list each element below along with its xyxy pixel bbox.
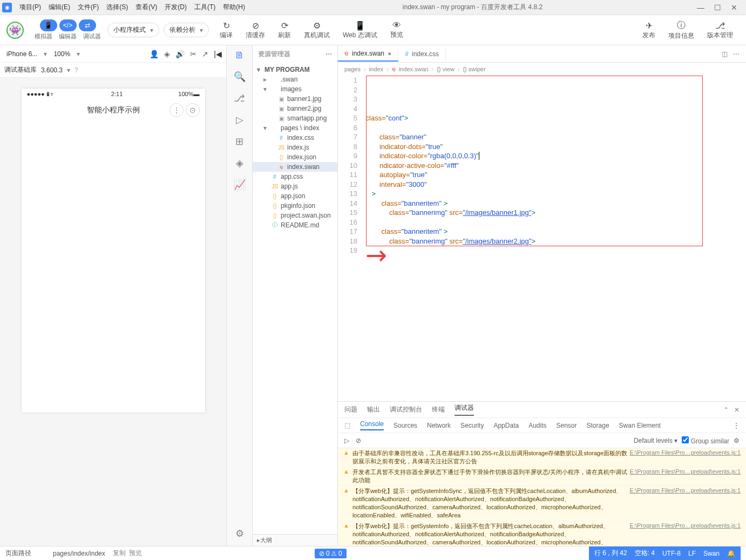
devtab-network[interactable]: Network <box>427 422 451 429</box>
capsule-menu-icon[interactable]: ⋮ <box>169 103 184 117</box>
tree-item[interactable]: {}project.swan.json <box>253 211 337 220</box>
refresh-button[interactable]: ⟳刷新 <box>278 21 291 40</box>
cursor-position[interactable]: 行 6 , 列 42 <box>594 549 627 558</box>
devtab-audits[interactable]: Audits <box>528 422 546 429</box>
tab-output[interactable]: 输出 <box>367 405 380 414</box>
panel-close-icon[interactable]: ✕ <box>734 406 740 414</box>
extensions-icon[interactable]: ⊞ <box>235 136 243 147</box>
indentation[interactable]: 空格: 4 <box>635 549 655 558</box>
group-similar-checkbox[interactable]: Group similar <box>682 436 729 445</box>
tab-more-icon[interactable]: ⋯ <box>733 50 740 58</box>
lib-version-select[interactable]: 3.600.3 <box>41 66 63 74</box>
preview-link[interactable]: 预览 <box>129 549 142 558</box>
error-warning-counter[interactable]: ⊘ 0 ⚠ 0 <box>315 549 347 558</box>
tab-index-css[interactable]: #index.css <box>398 47 446 61</box>
device-select[interactable]: iPhone 6... <box>4 49 39 59</box>
menu-edit[interactable]: 编辑(E) <box>45 2 73 13</box>
settings-icon[interactable]: ⚙ <box>235 528 244 539</box>
user-icon[interactable]: 👤 <box>150 50 159 58</box>
tab-debugger[interactable]: 调试器 <box>455 403 474 416</box>
menu-select[interactable]: 选择(S) <box>103 2 131 13</box>
menu-help[interactable]: 帮助(H) <box>220 2 248 13</box>
log-source-link[interactable]: E:\Program Files\Pro…preload\events.js:1 <box>630 468 741 484</box>
files-icon[interactable]: 🗎 <box>235 50 245 61</box>
language-mode[interactable]: Swan <box>703 550 720 557</box>
tree-item[interactable]: ▾pages \ index <box>253 123 337 133</box>
encoding[interactable]: UTF-8 <box>662 550 681 557</box>
remote-debug-button[interactable]: ⚙真机调试 <box>304 21 330 40</box>
monitor-icon[interactable]: 📈 <box>234 179 246 191</box>
minimize-icon[interactable]: — <box>697 3 704 12</box>
git-icon[interactable]: ⎇ <box>234 92 245 104</box>
devtab-security[interactable]: Security <box>460 422 484 429</box>
search-icon[interactable]: 🔍 <box>234 71 246 83</box>
tree-item[interactable]: ▣banner1.jpg <box>253 94 337 104</box>
console-settings-icon[interactable]: ⚙ <box>734 437 740 444</box>
compile-button[interactable]: ↻编译 <box>220 21 233 40</box>
debugger-toggle[interactable]: ⇄ <box>79 19 96 31</box>
console-warning-row[interactable]: ▲【分享web化】提示：getSystemInfo，返回值不包含下列属性cach… <box>338 521 746 546</box>
eol[interactable]: LF <box>688 550 696 557</box>
maximize-icon[interactable]: ☐ <box>714 3 721 12</box>
console-play-icon[interactable]: ▷ <box>344 437 349 444</box>
devtab-sensor[interactable]: Sensor <box>557 422 577 429</box>
menu-dev[interactable]: 开发(D) <box>161 2 190 13</box>
console-warning-row[interactable]: ▲【分享web化】提示：getSystemInfoSync，返回值不包含下列属性… <box>338 486 746 521</box>
tree-item[interactable]: {}index.json <box>253 152 337 162</box>
cube-icon[interactable]: ◈ <box>164 50 170 58</box>
sound-icon[interactable]: 🔊 <box>175 50 185 58</box>
menu-project[interactable]: 项目(P) <box>16 2 44 13</box>
tab-debug-console[interactable]: 调试控制台 <box>390 405 422 414</box>
console-warning-row[interactable]: ▲由于基础库的非兼容性改动，工具在基础库3.190.255-rc及以后调用sto… <box>338 448 746 467</box>
tree-item[interactable]: ▣smartapp.png <box>253 113 337 123</box>
collapse-icon[interactable]: |◀ <box>214 50 222 58</box>
panel-collapse-icon[interactable]: ⌃ <box>723 406 729 414</box>
bell-icon[interactable]: 🔔 <box>727 550 735 557</box>
help-icon[interactable]: ? <box>74 66 78 74</box>
explorer-more-icon[interactable]: ⋯ <box>325 50 332 58</box>
tree-item[interactable]: #app.css <box>253 172 337 181</box>
capsule-close-icon[interactable]: ⊙ <box>186 103 200 117</box>
tab-terminal[interactable]: 终端 <box>432 405 445 414</box>
tree-item[interactable]: ▣banner2.jpg <box>253 104 337 113</box>
devtab-appdata[interactable]: AppData <box>493 422 519 429</box>
console-warning-row[interactable]: ▲开发者工具暂不支持容器全屏状态下通过手势下滑操作切换容器到半屏状态/关闭小程序… <box>338 467 746 486</box>
tree-item[interactable]: JSindex.js <box>253 143 337 152</box>
project-info-button[interactable]: ⓘ项目信息 <box>668 20 694 41</box>
tree-item[interactable]: ▸.swan <box>253 75 337 84</box>
copy-button[interactable]: 复制 <box>113 549 126 558</box>
menu-tools[interactable]: 工具(T) <box>191 2 219 13</box>
publish-button[interactable]: ✈发布 <box>642 21 655 40</box>
outline-label[interactable]: 大纲 <box>260 536 272 544</box>
editor-toggle[interactable]: </> <box>59 19 77 31</box>
tree-item[interactable]: ▾images <box>253 84 337 94</box>
debug-icon[interactable]: ▷ <box>236 114 243 126</box>
log-source-link[interactable]: E:\Program Files\Pro…preload\events.js:1 <box>630 487 741 519</box>
inspect-icon[interactable]: ⬚ <box>344 422 350 429</box>
tree-item[interactable]: {}app.json <box>253 191 337 201</box>
tab-index-swan[interactable]: ໑index.swan● <box>338 46 398 62</box>
split-editor-icon[interactable]: ◫ <box>722 50 728 58</box>
console-clear-icon[interactable]: ⊘ <box>356 437 361 444</box>
tree-item[interactable]: ໑index.swan <box>253 162 337 172</box>
simulator-toggle[interactable]: 📱 <box>40 19 57 31</box>
cut-icon[interactable]: ✂ <box>190 50 196 58</box>
log-source-link[interactable]: E:\Program Files\Pro…preload\events.js:1 <box>630 449 741 465</box>
preview-button[interactable]: 👁预览 <box>390 21 403 39</box>
tree-item[interactable]: ⓘREADME.md <box>253 220 337 230</box>
analysis-dropdown[interactable]: 依赖分析 ▾ <box>164 23 209 37</box>
tree-item[interactable]: #index.css <box>253 133 337 143</box>
avatar[interactable]: 👾 <box>6 22 24 39</box>
web-debug-button[interactable]: 📱Web 态调试 <box>343 21 377 40</box>
code-editor[interactable]: 12345678910111213141516171819 ↗ class="c… <box>338 76 746 401</box>
devtab-storage[interactable]: Storage <box>587 422 609 429</box>
breadcrumb[interactable]: pages› index› ໑index.swan› {} view› {} s… <box>338 63 746 76</box>
tree-item[interactable]: {}pkginfo.json <box>253 201 337 211</box>
devtools-more-icon[interactable]: ⋮ <box>733 422 740 429</box>
log-source-link[interactable]: E:\Program Files\Pro…preload\events.js:1 <box>630 522 741 546</box>
zoom-select[interactable]: 100% <box>51 49 72 59</box>
popout-icon[interactable]: ↗ <box>202 50 208 58</box>
tab-dirty-icon[interactable]: ● <box>388 50 391 57</box>
devtab-console[interactable]: Console <box>360 420 384 430</box>
version-control-button[interactable]: ⎇版本管理 <box>707 21 733 40</box>
